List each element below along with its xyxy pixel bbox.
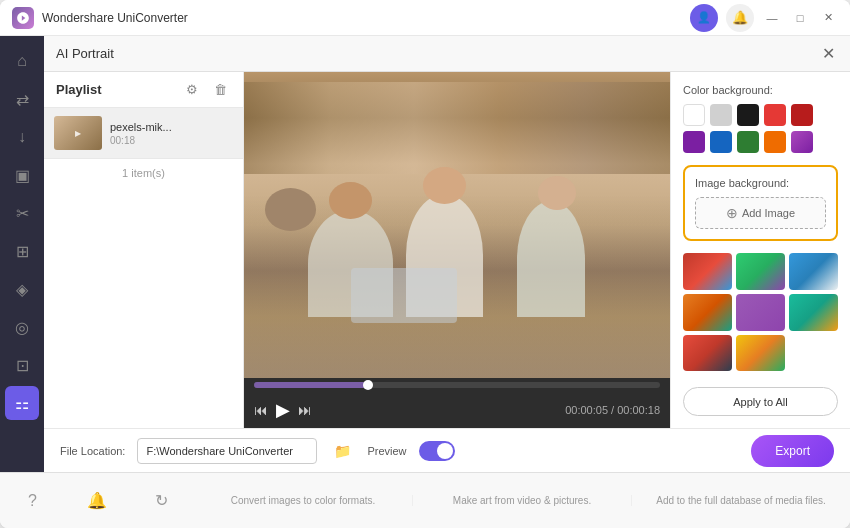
play-button[interactable]: ▶ [276,399,290,421]
sidebar-item-download[interactable]: ↓ [5,120,39,154]
bell-icon: 🔔 [87,491,107,510]
main-content: ⌂ ⇄ ↓ ▣ ✂ ⊞ ◈ ◎ ⊡ ⚏ AI Portrait ✕ Pla [0,36,850,472]
background-thumbnails [683,253,838,371]
color-swatch-red[interactable] [764,104,786,126]
ai-portrait-close-button[interactable]: ✕ [818,44,838,64]
panel-area: AI Portrait ✕ Playlist ⚙ 🗑 [44,36,850,472]
bg-thumb-8[interactable] [736,335,785,372]
color-swatch-green[interactable] [737,131,759,153]
playlist-item-name: pexels-mik... [110,121,233,133]
question-icon: ? [28,492,37,510]
app-title: Wondershare UniConverter [42,11,690,25]
refresh-icon: ↻ [155,491,168,510]
sidebar-item-cut[interactable]: ✂ [5,196,39,230]
color-swatch-blue[interactable] [710,131,732,153]
preview-toggle[interactable] [419,441,455,461]
apply-to-all-button[interactable]: Apply to All [683,387,838,416]
right-panel: Color background: Image [670,72,850,428]
bg-thumb-4[interactable] [683,294,732,331]
playlist-count: 1 item(s) [44,159,243,187]
minimize-button[interactable]: — [762,8,782,28]
time-display: 00:00:05 / 00:00:18 [565,404,660,416]
sidebar-item-screen[interactable]: ▣ [5,158,39,192]
image-background-section: Image background: ⊕ Add Image [683,165,838,241]
playlist-title: Playlist [56,82,181,97]
sidebar-item-apps[interactable]: ⚏ [5,386,39,420]
sidebar-item-home[interactable]: ⌂ [5,44,39,78]
bottom-nav-bell[interactable]: 🔔 [65,491,130,510]
playlist-header: Playlist ⚙ 🗑 [44,72,243,108]
thumb-placeholder: ▶ [54,116,102,150]
progress-bar[interactable] [254,382,660,388]
bg-thumb-5[interactable] [736,294,785,331]
ai-portrait-bar: AI Portrait ✕ [44,36,850,72]
color-swatch-darkred[interactable] [791,104,813,126]
playlist-settings-icon[interactable]: ⚙ [181,79,203,101]
bg-thumb-7[interactable] [683,335,732,372]
video-area: ⏮ ▶ ⏭ 00:00:05 / 00:00:18 [244,72,670,428]
content-row: Playlist ⚙ 🗑 ▶ pexels-mi [44,72,850,428]
color-swatch-gradient[interactable] [791,131,813,153]
sidebar-item-merge[interactable]: ⊞ [5,234,39,268]
convert-formats-text: Convert images to color formats. [231,495,376,506]
next-button[interactable]: ⏭ [298,402,312,418]
make-from-video-text: Make art from video & pictures. [453,495,591,506]
bg-thumb-3[interactable] [789,253,838,290]
title-bar: Wondershare UniConverter 👤 🔔 — □ ✕ [0,0,850,36]
playlist-panel: Playlist ⚙ 🗑 ▶ pexels-mi [44,72,244,428]
notification-icon[interactable]: 🔔 [726,4,754,32]
video-scene [244,72,670,378]
bottom-nav-question[interactable]: ? [0,492,65,510]
bottom-nav-convert-formats: Convert images to color formats. [194,495,412,506]
playlist-item-info: pexels-mik... 00:18 [110,121,233,146]
playlist-item-duration: 00:18 [110,135,233,146]
browse-folder-button[interactable]: 📁 [329,438,355,464]
playlist-delete-icon[interactable]: 🗑 [209,79,231,101]
list-item[interactable]: ▶ pexels-mik... 00:18 [44,108,243,159]
file-path-input[interactable] [137,438,317,464]
preview-label: Preview [367,445,406,457]
color-background-label: Color background: [683,84,838,96]
bottom-bar: File Location: 📁 Preview Export [44,428,850,472]
sidebar: ⌂ ⇄ ↓ ▣ ✂ ⊞ ◈ ◎ ⊡ ⚏ [0,36,44,472]
bg-thumb-2[interactable] [736,253,785,290]
color-grid [683,104,838,153]
export-button[interactable]: Export [751,435,834,467]
add-metadata-text: Add to the full database of media files. [656,495,826,506]
plus-icon: ⊕ [726,205,738,221]
app-logo [12,7,34,29]
color-swatch-black[interactable] [737,104,759,126]
maximize-button[interactable]: □ [790,8,810,28]
sidebar-item-ai[interactable]: ◈ [5,272,39,306]
color-swatch-lightgray[interactable] [710,104,732,126]
color-swatch-orange[interactable] [764,131,786,153]
bottom-nav-refresh[interactable]: ↻ [129,491,194,510]
playlist-icons: ⚙ 🗑 [181,79,231,101]
sidebar-item-convert[interactable]: ⇄ [5,82,39,116]
sidebar-item-face[interactable]: ◎ [5,310,39,344]
video-player [244,72,670,378]
prev-button[interactable]: ⏮ [254,402,268,418]
app-window: Wondershare UniConverter 👤 🔔 — □ ✕ ⌂ ⇄ ↓… [0,0,850,528]
video-controls: ⏮ ▶ ⏭ 00:00:05 / 00:00:18 [244,392,670,428]
add-image-button[interactable]: ⊕ Add Image [695,197,826,229]
color-swatch-purple[interactable] [683,131,705,153]
playlist-thumbnail: ▶ [54,116,102,150]
bottom-nav: ? 🔔 ↻ Convert images to color formats. M… [0,472,850,528]
sidebar-item-tools[interactable]: ⊡ [5,348,39,382]
progress-thumb [363,380,373,390]
progress-fill [254,382,368,388]
title-bar-controls: 👤 🔔 — □ ✕ [690,4,838,32]
ai-portrait-title: AI Portrait [56,46,818,61]
bg-thumb-6[interactable] [789,294,838,331]
bottom-nav-add-metadata: Add to the full database of media files. [631,495,850,506]
bottom-nav-make-from-video: Make art from video & pictures. [412,495,631,506]
user-icon[interactable]: 👤 [690,4,718,32]
image-background-label: Image background: [695,177,826,189]
bg-thumb-1[interactable] [683,253,732,290]
color-swatch-white[interactable] [683,104,705,126]
file-location-label: File Location: [60,445,125,457]
toggle-thumb [437,443,453,459]
add-image-text: Add Image [742,207,795,219]
close-button[interactable]: ✕ [818,8,838,28]
